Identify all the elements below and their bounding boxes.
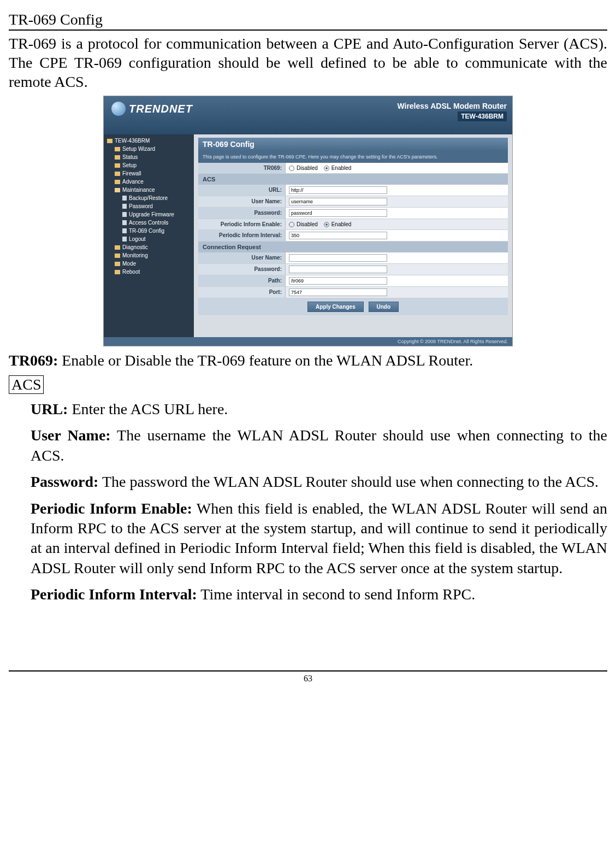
- nav-item[interactable]: Monitoring: [104, 251, 194, 260]
- router-screenshot: TRENDNET Wireless ADSL Modem Router TEW-…: [103, 96, 513, 346]
- nav-subitem[interactable]: Backup/Restore: [104, 194, 194, 202]
- cr-password-row: Password:: [198, 264, 508, 275]
- nav-label: Status: [122, 154, 138, 160]
- tr069-text: Enable or Disable the TR-069 feature on …: [58, 352, 473, 369]
- nav-subitem[interactable]: Password: [104, 202, 194, 210]
- nav-subitem[interactable]: Logout: [104, 235, 194, 243]
- nav-subitem[interactable]: Access Controls: [104, 219, 194, 227]
- pass-text: The password the WLAN ADSL Router should…: [98, 473, 599, 490]
- nav-item[interactable]: Setup Wizard: [104, 145, 194, 153]
- nav-label: Setup Wizard: [122, 146, 155, 152]
- nav-sub-label: Password: [129, 203, 153, 209]
- folder-icon: [115, 147, 120, 151]
- nav-item[interactable]: Status: [104, 153, 194, 161]
- cr-username-row: User Name:: [198, 252, 508, 264]
- tr069-row: TR069: Disabled Enabled: [198, 163, 508, 174]
- panel-title: TR-069 Config: [198, 138, 508, 151]
- username-input[interactable]: [289, 198, 387, 205]
- nav-item[interactable]: Setup: [104, 161, 194, 169]
- folder-open-icon: [115, 188, 120, 192]
- periodic-enable-value: Disabled Enabled: [286, 219, 508, 229]
- url-text: Enter the ACS URL here.: [68, 401, 228, 417]
- user-bold: User Name:: [31, 427, 111, 444]
- main-panel: TR-069 Config This page is used to confi…: [194, 134, 512, 337]
- periodic-interval-input[interactable]: [289, 232, 387, 239]
- apply-changes-button[interactable]: Apply Changes: [307, 302, 364, 312]
- cr-password-input[interactable]: [289, 266, 387, 273]
- nav-label: Reboot: [122, 269, 140, 275]
- password-input[interactable]: [289, 209, 387, 217]
- pass-para: Password: The password the WLAN ADSL Rou…: [9, 472, 607, 492]
- nav-subitem[interactable]: Upgrade Firmware: [104, 210, 194, 219]
- radio-enabled[interactable]: [324, 166, 329, 171]
- url-row: URL:: [198, 185, 508, 196]
- file-icon: [122, 237, 127, 242]
- path-label: Path:: [198, 275, 286, 286]
- nav-label: Maintainance: [122, 187, 155, 193]
- pass-bold: Password:: [31, 473, 98, 490]
- acs-section: ACS: [198, 174, 508, 185]
- nav-label: Monitoring: [122, 252, 148, 258]
- tr069-bold: TR069:: [9, 352, 58, 369]
- url-input[interactable]: [289, 186, 387, 194]
- nav-item-open[interactable]: Maintainance: [104, 186, 194, 194]
- nav-sub-label: TR-069 Config: [129, 228, 164, 234]
- ss-header: TRENDNET Wireless ADSL Modem Router TEW-…: [104, 96, 512, 134]
- url-bold: URL:: [31, 401, 68, 417]
- header-line2: TEW-436BRM: [458, 111, 507, 121]
- radio-enabled-label: Enabled: [331, 221, 352, 227]
- nav-sub-label: Upgrade Firmware: [129, 211, 174, 217]
- acs-box: ACS: [9, 375, 44, 394]
- user-text: The username the WLAN ADSL Router should…: [31, 427, 607, 463]
- page-footer: 63: [9, 670, 607, 684]
- file-icon: [122, 196, 127, 201]
- url-para: URL: Enter the ACS URL here.: [9, 399, 607, 419]
- nav-item[interactable]: Firewall: [104, 169, 194, 178]
- periodic-interval-row: Periodic Inform Interval:: [198, 230, 508, 242]
- config-form: TR069: Disabled Enabled ACS URL: User Na…: [198, 163, 508, 315]
- nav-subitem[interactable]: TR-069 Config: [104, 227, 194, 235]
- url-label: URL:: [198, 185, 286, 196]
- nav-root[interactable]: TEW-436BRM: [104, 137, 194, 145]
- pie-para: Periodic Inform Enable: When this field …: [9, 499, 607, 579]
- file-icon: [122, 212, 127, 217]
- radio-disabled[interactable]: [289, 166, 294, 171]
- panel-description: This page is used to configure the TR-06…: [198, 151, 508, 163]
- username-row: User Name:: [198, 196, 508, 208]
- radio-disabled-label: Disabled: [297, 221, 318, 227]
- path-row: Path:: [198, 275, 508, 287]
- cr-password-label: Password:: [198, 264, 286, 275]
- radio-disabled[interactable]: [289, 222, 294, 227]
- folder-icon: [107, 139, 112, 143]
- folder-icon: [115, 163, 120, 168]
- nav-item[interactable]: Advance: [104, 178, 194, 186]
- pii-text: Time interval in second to send Inform R…: [197, 586, 475, 603]
- ss-footer: Copyright © 2009 TRENDnet. All Rights Re…: [104, 337, 512, 346]
- brand-text: TRENDNET: [129, 103, 193, 115]
- file-icon: [122, 220, 127, 225]
- nav-item[interactable]: Mode: [104, 260, 194, 268]
- nav-item[interactable]: Diagnostic: [104, 243, 194, 251]
- header-line1: Wireless ADSL Modem Router: [397, 102, 507, 110]
- header-sublabel: Wireless ADSL Modem Router TEW-436BRM: [397, 102, 507, 121]
- cr-username-label: User Name:: [198, 252, 286, 263]
- path-input[interactable]: [289, 277, 387, 285]
- folder-icon: [115, 245, 120, 250]
- connection-request-section: Connection Request: [198, 242, 508, 252]
- button-row: Apply Changes Undo: [198, 298, 508, 315]
- password-row: Password:: [198, 208, 508, 219]
- radio-enabled[interactable]: [324, 222, 329, 227]
- tr069-para: TR069: Enable or Disable the TR-069 feat…: [9, 351, 607, 370]
- undo-button[interactable]: Undo: [369, 302, 399, 312]
- periodic-enable-row: Periodic Inform Enable: Disabled Enabled: [198, 219, 508, 230]
- nav-label: Firewall: [122, 170, 141, 176]
- cr-username-input[interactable]: [289, 254, 387, 262]
- nav-item[interactable]: Reboot: [104, 268, 194, 276]
- periodic-enable-label: Periodic Inform Enable:: [198, 219, 286, 229]
- file-icon: [122, 204, 127, 209]
- port-input[interactable]: [289, 288, 387, 296]
- port-row: Port:: [198, 287, 508, 298]
- folder-icon: [115, 262, 120, 266]
- folder-icon: [115, 180, 120, 184]
- periodic-interval-label: Periodic Inform Interval:: [198, 230, 286, 241]
